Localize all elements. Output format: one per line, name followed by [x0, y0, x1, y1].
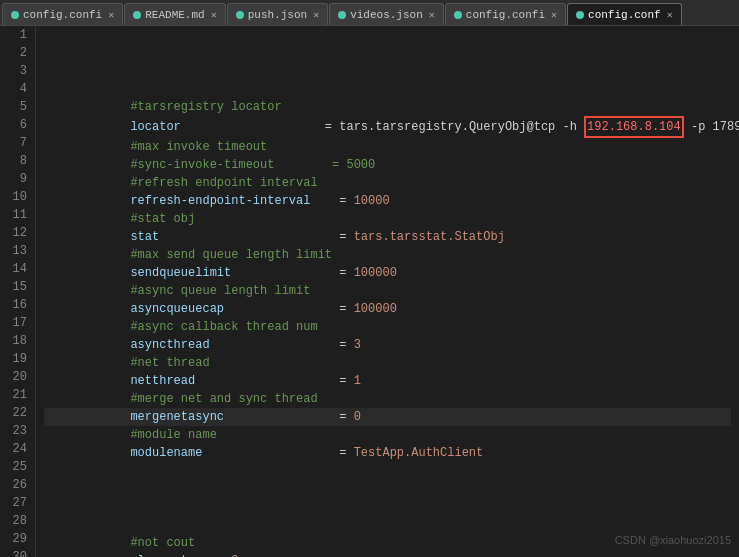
config-key: asyncthread: [44, 336, 339, 354]
tab-tab1[interactable]: config.confi✕: [2, 3, 123, 25]
tab-tab4[interactable]: videos.json✕: [329, 3, 444, 25]
comment-text: #module name: [44, 426, 217, 444]
operator: =: [339, 444, 346, 462]
code-line: #sync-invoke-timeout = 5000: [44, 156, 731, 174]
line-number: 19: [4, 350, 27, 368]
code-line: sendqueuelimit = 100000: [44, 264, 731, 282]
tab-close-icon[interactable]: ✕: [551, 9, 557, 21]
code-line: #async queue length limit: [44, 282, 731, 300]
comment-text: #async queue length limit: [44, 282, 310, 300]
code-line: [44, 462, 731, 480]
locator-suffix: -p 17890: [684, 118, 739, 136]
line-number: 4: [4, 80, 27, 98]
tab-close-icon[interactable]: ✕: [211, 9, 217, 21]
comment-text: #stat obj: [44, 210, 195, 228]
code-line: closeout = 0: [44, 552, 731, 557]
tab-close-icon[interactable]: ✕: [429, 9, 435, 21]
config-key: stat: [44, 228, 339, 246]
tab-label: push.json: [248, 9, 307, 21]
operator: =: [217, 552, 224, 557]
comment-text: #max send queue length limit: [44, 246, 332, 264]
code-content[interactable]: #tarsregistry locator locator = tars.tar…: [36, 26, 739, 557]
line-number: 25: [4, 458, 27, 476]
line-number: 21: [4, 386, 27, 404]
code-line: locator = tars.tarsregistry.QueryObj@tcp…: [44, 116, 731, 138]
tab-icon: [11, 11, 19, 19]
line-number: 11: [4, 206, 27, 224]
config-value: 100000: [346, 264, 396, 282]
code-line: [44, 62, 731, 80]
code-line: #max invoke timeout: [44, 138, 731, 156]
tab-tab6[interactable]: config.conf✕: [567, 3, 682, 25]
line-number: 8: [4, 152, 27, 170]
tab-label: config.confi: [466, 9, 545, 21]
line-number: 12: [4, 224, 27, 242]
line-number: 5: [4, 98, 27, 116]
tab-icon: [236, 11, 244, 19]
config-key: closeout: [44, 552, 217, 557]
config-value: 10000: [346, 192, 389, 210]
operator: =: [339, 408, 346, 426]
config-value: 3: [346, 336, 360, 354]
tab-tab2[interactable]: README.md✕: [124, 3, 225, 25]
config-key: netthread: [44, 372, 339, 390]
operator: =: [339, 336, 346, 354]
code-line: stat = tars.tarsstat.StatObj: [44, 228, 731, 246]
comment-text: #not cout: [44, 534, 195, 552]
line-number: 15: [4, 278, 27, 296]
line-number: 30: [4, 548, 27, 557]
comment-text: #async callback thread num: [44, 318, 318, 336]
tab-icon: [576, 11, 584, 19]
code-line: #max send queue length limit: [44, 246, 731, 264]
code-line: #stat obj: [44, 210, 731, 228]
line-number: 22: [4, 404, 27, 422]
line-number: 26: [4, 476, 27, 494]
config-value: 0: [224, 552, 238, 557]
tab-label: README.md: [145, 9, 204, 21]
code-line: modulename = TestApp.AuthClient: [44, 444, 731, 462]
line-number: 13: [4, 242, 27, 260]
tab-icon: [133, 11, 141, 19]
config-value: tars.tarsstat.StatObj: [346, 228, 504, 246]
code-line: [44, 80, 731, 98]
tab-close-icon[interactable]: ✕: [108, 9, 114, 21]
code-line: [44, 498, 731, 516]
line-number: 3: [4, 62, 27, 80]
operator: =: [325, 118, 332, 136]
comment-text: #sync-invoke-timeout = 5000: [44, 156, 375, 174]
config-key: refresh-endpoint-interval: [44, 192, 339, 210]
line-number: 1: [4, 26, 27, 44]
locator-prefix: tars.tarsregistry.QueryObj@tcp -h: [332, 118, 584, 136]
line-number: 23: [4, 422, 27, 440]
tab-tab5[interactable]: config.confi✕: [445, 3, 566, 25]
line-number: 18: [4, 332, 27, 350]
operator: =: [339, 264, 346, 282]
tab-label: config.conf: [588, 9, 661, 21]
line-number: 28: [4, 512, 27, 530]
watermark: CSDN @xiaohuozi2015: [615, 531, 731, 549]
line-number: 2: [4, 44, 27, 62]
code-line: #async callback thread num: [44, 318, 731, 336]
tab-close-icon[interactable]: ✕: [313, 9, 319, 21]
config-value: 100000: [346, 300, 396, 318]
code-line: [44, 26, 731, 44]
code-line: mergenetasync = 0: [44, 408, 731, 426]
operator: =: [339, 192, 346, 210]
config-value: 1: [346, 372, 360, 390]
config-key: modulename: [44, 444, 339, 462]
editor-container: 1234567891011121314151617181920212223242…: [0, 26, 739, 557]
operator: =: [339, 228, 346, 246]
operator: =: [339, 372, 346, 390]
line-number: 14: [4, 260, 27, 278]
comment-text: #net thread: [44, 354, 210, 372]
code-line: netthread = 1: [44, 372, 731, 390]
tab-icon: [338, 11, 346, 19]
code-line: #merge net and sync thread: [44, 390, 731, 408]
code-line: #tarsregistry locator: [44, 98, 731, 116]
tab-tab3[interactable]: push.json✕: [227, 3, 328, 25]
code-line: asyncthread = 3: [44, 336, 731, 354]
code-line: #refresh endpoint interval: [44, 174, 731, 192]
tab-close-icon[interactable]: ✕: [667, 9, 673, 21]
line-number: 7: [4, 134, 27, 152]
config-key: locator: [44, 118, 325, 136]
